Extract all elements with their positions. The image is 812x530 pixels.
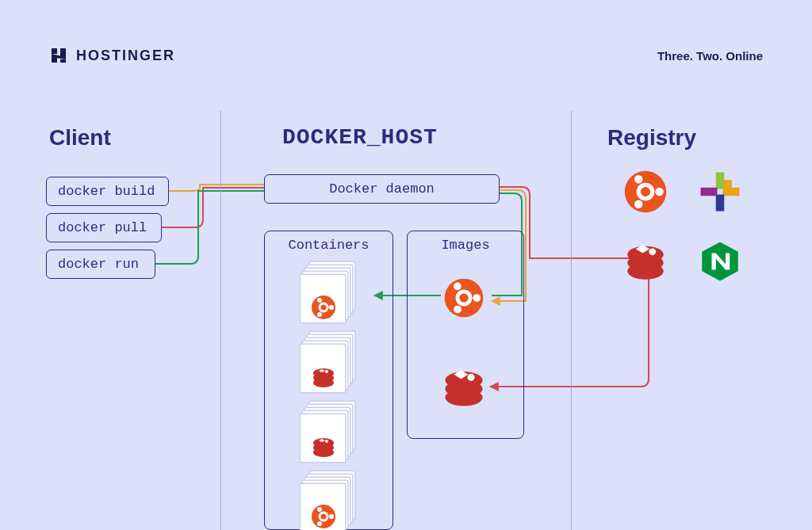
svg-point-34: [634, 200, 643, 209]
svg-point-32: [655, 188, 664, 196]
divider-right: [571, 111, 572, 530]
container-ubuntu-1: [300, 261, 357, 326]
svg-point-14: [325, 440, 328, 443]
image-redis-icon: [441, 364, 487, 410]
registry-grid: [623, 170, 742, 284]
svg-rect-36: [723, 188, 740, 196]
svg-point-3: [317, 298, 322, 303]
svg-point-22: [473, 294, 481, 302]
heading-registry: Registry: [607, 125, 696, 151]
container-ubuntu-2: [300, 471, 357, 530]
redis-icon: [311, 434, 336, 459]
header: HOSTINGER Three. Two. Online: [49, 46, 763, 65]
svg-point-12: [313, 448, 334, 457]
svg-point-42: [627, 263, 664, 280]
image-ubuntu-icon: [443, 277, 485, 318]
svg-point-4: [317, 312, 322, 317]
hostinger-logo-icon: [49, 46, 68, 65]
svg-point-33: [634, 175, 643, 184]
svg-point-17: [329, 514, 334, 519]
svg-point-27: [445, 389, 482, 406]
svg-rect-38: [701, 188, 718, 196]
svg-point-44: [649, 248, 656, 255]
ubuntu-icon: [311, 504, 336, 529]
registry-centos-icon: [698, 170, 742, 214]
svg-point-23: [454, 283, 462, 291]
ubuntu-icon: [311, 295, 336, 320]
registry-redis-icon: [623, 239, 668, 284]
brand-name: HOSTINGER: [76, 48, 175, 64]
svg-point-24: [454, 306, 462, 314]
heading-client: Client: [49, 125, 111, 151]
svg-point-7: [313, 378, 334, 387]
svg-point-29: [468, 374, 475, 381]
svg-rect-37: [716, 195, 725, 212]
cmd-docker-pull: docker pull: [46, 213, 162, 242]
divider-left: [220, 111, 221, 530]
heading-host: DOCKER_HOST: [282, 125, 438, 150]
images-label: Images: [408, 231, 523, 253]
cmd-docker-run: docker run: [46, 250, 155, 279]
cmd-docker-build: docker build: [46, 177, 169, 206]
redis-icon: [311, 364, 336, 390]
containers-label: Containers: [265, 231, 393, 253]
svg-point-2: [329, 305, 334, 310]
docker-daemon-box: Docker daemon: [264, 174, 500, 204]
registry-nginx-icon: [698, 239, 742, 284]
registry-ubuntu-icon: [623, 170, 668, 214]
svg-rect-35: [716, 173, 725, 189]
tagline: Three. Two. Online: [657, 49, 763, 63]
svg-point-19: [317, 521, 322, 526]
container-redis-1: [300, 331, 357, 396]
container-redis-2: [300, 401, 357, 466]
svg-point-18: [317, 507, 322, 512]
brand: HOSTINGER: [49, 46, 175, 65]
svg-point-9: [325, 370, 328, 373]
